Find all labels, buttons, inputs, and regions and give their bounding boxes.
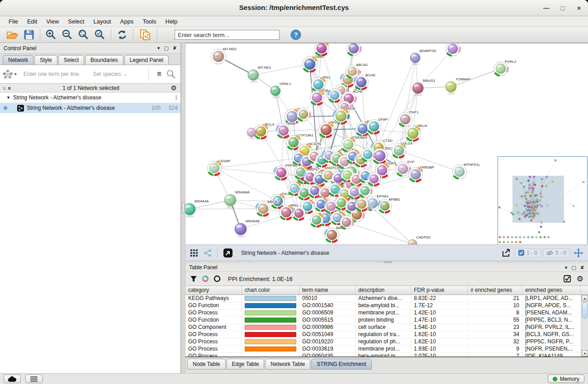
network-node[interactable]	[368, 173, 381, 186]
network-node[interactable]: TARDBP	[409, 165, 434, 182]
search-options-icon[interactable]: ≡	[157, 70, 161, 79]
network-node[interactable]: MTHFD1L	[453, 163, 481, 179]
float-panel-icon[interactable]: ▾	[565, 265, 568, 271]
network-node[interactable]	[297, 108, 310, 122]
network-node[interactable]	[340, 216, 353, 229]
tab-boundaries[interactable]: Boundaries	[85, 55, 123, 65]
network-collection-row[interactable]: ▼ String Network - Alzheimer's disease 1	[0, 93, 180, 103]
network-options-gear-icon[interactable]: ⚙	[171, 84, 177, 91]
zoom-out-button[interactable]	[59, 28, 76, 42]
network-node[interactable]	[446, 43, 460, 56]
network-node[interactable]: VSNL1	[270, 82, 291, 98]
share-network-button[interactable]	[202, 247, 213, 259]
open-session-button[interactable]	[4, 28, 21, 42]
network-node[interactable]: IL1B	[310, 89, 329, 105]
network-node[interactable]	[359, 184, 372, 198]
help-button[interactable]: ?	[288, 28, 304, 42]
zoom-in-button[interactable]	[43, 28, 59, 42]
tab-style[interactable]: Style	[34, 55, 57, 65]
menu-edit[interactable]: Edit	[23, 17, 41, 26]
terms-placeholder[interactable]: Enter one term per line.	[24, 71, 80, 77]
scroll-thumb[interactable]	[582, 302, 588, 318]
grid-view-button[interactable]	[188, 247, 200, 259]
panel-splitter[interactable]	[181, 43, 185, 373]
export-network-button[interactable]	[499, 247, 513, 259]
expand-all-icon[interactable]: «	[6, 87, 13, 89]
tab-network-table[interactable]: Network Table	[265, 359, 310, 370]
network-node[interactable]	[328, 89, 341, 103]
menu-select[interactable]: Select	[64, 17, 88, 26]
memory-button[interactable]: Memory	[548, 375, 584, 383]
ring-chart-icon[interactable]	[213, 275, 221, 282]
network-row-selected[interactable]: String Network - Alzheimer's disease 100…	[0, 103, 180, 113]
network-node[interactable]: PPP5C	[275, 164, 298, 180]
filter-icon[interactable]	[190, 276, 197, 282]
menu-help[interactable]: Help	[161, 17, 182, 26]
tab-node-table[interactable]: Node Table	[187, 359, 226, 370]
pan-tool-button[interactable]	[572, 247, 585, 259]
network-node[interactable]: ADAMTS2	[410, 49, 436, 65]
scroll-up-icon[interactable]: ▲	[582, 295, 588, 301]
zoom-fit-button[interactable]	[76, 28, 92, 42]
table-row[interactable]: GO ProcessGO:0006509membrane prot...1.42…	[185, 309, 588, 317]
network-from-selection-button[interactable]	[136, 28, 154, 42]
table-scrollbar[interactable]: ▲ ▼	[581, 295, 588, 356]
column-header-term-name[interactable]: term name	[299, 286, 356, 295]
hidden-nodes-badge[interactable]: 0 - 0	[543, 248, 570, 258]
open-in-browser-button[interactable]	[221, 247, 235, 259]
network-node[interactable]: BCL3	[254, 122, 275, 139]
table-settings-gear-icon[interactable]: ⚙	[577, 275, 583, 283]
table-row[interactable]: GO ProcessGO:0019220regulation of ph...1…	[185, 338, 588, 346]
selected-nodes-badge[interactable]: 1 - 0	[515, 248, 541, 258]
network-node[interactable]: MS4A4A	[185, 199, 209, 217]
search-icon[interactable]	[166, 69, 176, 79]
menu-apps[interactable]: Apps	[116, 17, 138, 26]
network-node[interactable]	[361, 148, 375, 162]
collapse-triangle-icon[interactable]: ▼	[6, 95, 10, 100]
minimize-button[interactable]: —	[540, 3, 553, 14]
tab-edge-table[interactable]: Edge Table	[227, 359, 265, 370]
network-canvas[interactable]: MT-ND2MT-ND1VSNL1GAB2ADAMTS2PVRL2TOMM40S…	[185, 43, 588, 244]
network-node[interactable]	[315, 43, 329, 56]
scroll-down-icon[interactable]: ▼	[582, 350, 588, 356]
network-node[interactable]: MS4A6A	[224, 190, 250, 208]
save-session-button[interactable]	[21, 28, 37, 42]
birds-eye-view[interactable]	[498, 156, 588, 244]
network-node[interactable]: MT-ND1	[248, 66, 271, 83]
select-columns-icon[interactable]	[564, 275, 571, 283]
undock-panel-icon[interactable]: ▢	[571, 265, 576, 271]
table-row[interactable]: GO FunctionGO:0001540beta-amyloid bi...1…	[185, 302, 588, 309]
splitter-handle[interactable]	[384, 262, 392, 263]
table-row[interactable]: GO ProcessGO:0050435beta-amyloid m...2.0…	[185, 353, 588, 356]
search-input[interactable]	[175, 30, 280, 40]
menu-file[interactable]: File	[5, 17, 22, 26]
undock-panel-icon[interactable]: ▢	[164, 45, 168, 51]
network-node[interactable]: GAB2	[303, 55, 324, 72]
network-node[interactable]: PHF1	[398, 110, 419, 126]
menu-tools[interactable]: Tools	[138, 17, 160, 26]
tab-select[interactable]: Select	[58, 55, 84, 65]
network-node[interactable]: CD2AP	[208, 159, 231, 175]
close-panel-icon[interactable]: ✘	[580, 265, 584, 271]
menu-layout[interactable]: Layout	[89, 17, 115, 26]
column-header-description[interactable]: description	[356, 286, 411, 295]
table-row[interactable]: GO ProcessGO:0033619membrane prot...1.93…	[185, 346, 588, 353]
network-node[interactable]: RELN	[406, 124, 427, 141]
horizontal-splitter[interactable]	[185, 261, 588, 263]
set-species-link[interactable]: Set species →	[93, 71, 128, 77]
column-header-fdr-p-value[interactable]: FDR p-value	[411, 286, 468, 295]
table-row[interactable]: KEGG Pathways05010Alzheimer's dise...8.8…	[185, 295, 588, 302]
menu-view[interactable]: View	[42, 17, 63, 26]
column-header-enriched-genes[interactable]: enriched genes	[522, 286, 581, 295]
network-node[interactable]: MT-ND2	[211, 47, 237, 64]
network-node[interactable]	[347, 43, 361, 56]
network-node[interactable]: CADPS2	[408, 235, 431, 244]
enrichment-chart-icon[interactable]	[202, 275, 209, 282]
string-db-selector[interactable]: STRING ▾	[2, 69, 20, 80]
network-node[interactable]: DLG4	[392, 141, 413, 158]
column-header-category[interactable]: category	[185, 286, 242, 295]
splitter-grip[interactable]	[182, 202, 185, 214]
float-panel-icon[interactable]: ▾	[157, 45, 160, 51]
tab-string-enrichment[interactable]: STRING Enrichment	[311, 359, 371, 370]
refresh-button[interactable]	[114, 28, 130, 42]
